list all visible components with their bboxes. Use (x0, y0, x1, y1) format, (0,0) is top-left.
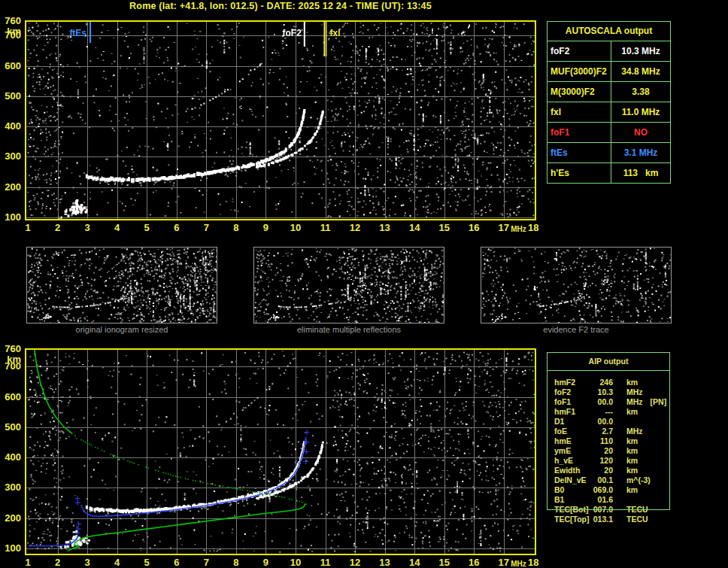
thumbnail-eliminate-multiples: eliminate multiple reflections (253, 247, 444, 323)
aip-cell-v: 10.3 (592, 387, 613, 397)
autoscala-row-label: foF1 (548, 123, 611, 142)
aip-cell-l: TEC[Top] (547, 515, 592, 524)
aip-cell-l: foF1 (547, 397, 592, 407)
aip-cell-v: 013.1 (592, 515, 613, 524)
thumbnail-caption-eliminate: eliminate multiple reflections (253, 325, 444, 334)
aip-cell-e: [PN] (643, 397, 667, 407)
page-title: Rome (lat: +41.8, lon: 012.5) - DATE: 20… (25, 1, 536, 11)
aip-row-hme: hmE110km (547, 436, 670, 446)
x-tick-label: 9 (263, 222, 268, 233)
x-tick-label: 9 (263, 557, 268, 568)
aip-cell-l: foE (547, 427, 592, 436)
aip-cell-v: 20 (592, 466, 613, 475)
aip-panel-rows: hmF2246kmfoF210.3MHzfoF100.0MHz[PN]hmF1-… (547, 378, 670, 524)
aip-cell-u (613, 495, 626, 505)
aip-cell-l: hmF2 (547, 378, 592, 387)
aip-cell-l: h_vE (547, 456, 592, 466)
autoscala-row-label: ftEs (548, 143, 611, 163)
x-tick-label: 1 (25, 557, 30, 568)
thumbnail-eliminate-canvas (253, 247, 444, 323)
aip-cell-l: Ewidth (547, 466, 592, 475)
aip-cell-v: 007.0 (592, 505, 613, 515)
aip-cell-u: km (613, 446, 638, 456)
aip-cell-v: 20 (592, 446, 613, 456)
aip-cell-v: 110 (592, 436, 613, 446)
y-tick-label: 100 (5, 543, 21, 553)
aip-row-yme: ymE20km (547, 446, 670, 456)
x-tick-label: 4 (114, 557, 120, 568)
aip-cell-l: foF2 (547, 387, 592, 397)
y-tick-label: 600 (5, 392, 21, 402)
x-tick-label: 18 (528, 557, 538, 568)
x-tick-label: 17 (499, 222, 509, 233)
y-tick-label: 500 (5, 422, 21, 432)
aip-cell-l: ymE (547, 446, 592, 456)
aip-cell-v: 00.1 (592, 475, 613, 485)
aip-cell-l: B1 (547, 495, 592, 505)
autoscala-row-muf-3000-f2: MUF(3000)F234.8 MHz (548, 62, 670, 82)
x-tick-label: 8 (233, 557, 238, 568)
aip-cell-u: TECU (613, 515, 648, 524)
autoscala-row-label: fxl (548, 102, 611, 122)
autoscala-row-value: 3.1 MHz (611, 143, 670, 163)
x-axis-labels-bottom: 123456789101112131415161718MHz (25, 557, 544, 568)
autoscala-row-m-3000-f2: M(3000)F23.38 (548, 82, 670, 102)
x-tick-label: 14 (409, 557, 420, 568)
y-axis-labels-top: 760700600500400300200100km (0, 20, 23, 220)
x-tick-label: 5 (144, 557, 150, 568)
aip-cell-u: TECU (613, 505, 648, 515)
x-axis-unit-label: MHz (511, 225, 526, 233)
thumbnail-caption-evidence: evidence F2 trace (481, 325, 672, 334)
autoscala-row-fxl: fxl11.0 MHz (548, 102, 670, 123)
x-tick-label: 4 (114, 222, 120, 233)
autoscala-row-fof2: foF210.3 MHz (548, 41, 670, 62)
autoscala-row-value: 10.3 MHz (611, 41, 670, 61)
autoscala-output-table: AUTOSCALA output foF210.3 MHzMUF(3000)F2… (547, 21, 671, 184)
autoscala-row-value: 34.8 MHz (611, 62, 670, 81)
aip-cell-u: km (613, 407, 638, 417)
aip-cell-l: hmF1 (547, 407, 592, 417)
autoscala-app-window: Rome (lat: +41.8, lon: 012.5) - DATE: 20… (0, 0, 728, 568)
y-tick-label: 200 (5, 182, 21, 192)
fxl-marker-label: fxl (330, 28, 341, 38)
ionogram-plot-bottom (25, 348, 536, 555)
aip-cell-v: 120 (592, 456, 613, 466)
aip-row-h-ve: h_vE120km (547, 456, 670, 466)
aip-row-hmf2: hmF2246km (547, 378, 670, 387)
x-tick-label: 11 (320, 557, 331, 568)
y-axis-unit-label: km (7, 354, 21, 364)
x-tick-label: 15 (438, 557, 449, 568)
autoscala-table-header: AUTOSCALA output (548, 22, 670, 41)
x-tick-label: 10 (290, 557, 301, 568)
aip-row-d1: D100.0 (547, 417, 670, 427)
thumbnail-evidence-canvas (481, 247, 672, 323)
aip-row-fof1: foF100.0MHz[PN] (547, 397, 670, 407)
y-tick-label: 400 (5, 452, 21, 462)
aip-cell-u: km (613, 456, 638, 466)
aip-cell-u: MHz (613, 387, 643, 397)
autoscala-table-rows: foF210.3 MHzMUF(3000)F234.8 MHzM(3000)F2… (548, 41, 670, 183)
autoscala-row-value: 113 km (611, 163, 670, 183)
thumbnail-evidence-f2: evidence F2 trace (481, 247, 672, 323)
y-tick-label: 500 (5, 91, 21, 101)
aip-cell-v: 069.0 (592, 485, 613, 495)
x-tick-label: 8 (233, 222, 238, 233)
x-tick-label: 13 (379, 222, 390, 233)
autoscala-row-label: foF2 (548, 41, 611, 61)
aip-row-b1: B101.6 (547, 495, 670, 505)
x-tick-label: 7 (204, 557, 209, 568)
aip-row-tec-bot-: TEC[Bot]007.0TECU (547, 505, 670, 515)
autoscala-row-fof1: foF1NO (548, 123, 670, 143)
aip-cell-u: MHz (613, 427, 643, 436)
aip-row-deln-ve: DelN_vE00.1m^(-3) (547, 475, 670, 485)
x-tick-label: 1 (25, 222, 30, 233)
y-tick-label: 600 (5, 61, 21, 71)
autoscala-row-value: 3.38 (611, 82, 670, 102)
y-tick-label: 760 (5, 344, 21, 354)
y-tick-label: 400 (5, 121, 21, 131)
x-tick-label: 7 (204, 222, 209, 233)
ftes-marker-label: ftEs (69, 28, 86, 38)
x-tick-label: 2 (55, 222, 60, 233)
aip-row-tec-top-: TEC[Top]013.1TECU (547, 515, 670, 524)
y-tick-label: 300 (5, 151, 21, 161)
